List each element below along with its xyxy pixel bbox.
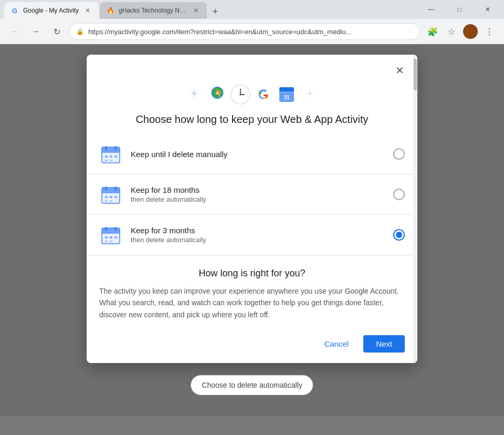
svg-rect-37 xyxy=(114,227,117,231)
extensions-button[interactable]: 🧩 xyxy=(424,23,441,40)
tab-close-2[interactable]: ✕ xyxy=(191,6,201,15)
profile-avatar xyxy=(463,24,478,39)
service-icon-sparkle2 xyxy=(299,84,320,105)
svg-rect-26 xyxy=(105,187,107,191)
nav-actions: 🧩 ☆ ⋮ xyxy=(424,23,498,40)
svg-rect-29 xyxy=(110,196,112,198)
service-icon-google xyxy=(253,84,274,105)
modal-header: ✕ xyxy=(87,55,417,80)
new-tab-button[interactable]: + xyxy=(208,4,223,19)
radio-manual[interactable] xyxy=(393,148,405,160)
option-text-manual: Keep until I delete manually xyxy=(131,150,393,159)
modal-info-title: How long is right for you? xyxy=(99,268,405,279)
minimize-button[interactable]: — xyxy=(419,0,443,19)
option-icon-18months xyxy=(99,183,122,206)
svg-rect-16 xyxy=(105,146,107,150)
svg-rect-28 xyxy=(105,196,108,198)
modal-service-icons: M xyxy=(87,80,417,113)
svg-rect-14 xyxy=(102,147,120,152)
option-icon-3months xyxy=(99,223,122,246)
bg-page-bottom: Choose to delete automatically xyxy=(191,375,313,395)
tab-favicon-google: G xyxy=(10,6,19,15)
radio-18months[interactable] xyxy=(393,189,405,200)
svg-text:31: 31 xyxy=(284,95,290,100)
next-button[interactable]: Next xyxy=(363,335,405,353)
browser-chrome: G Google - My Activity ✕ 🔥 gHacks Techno… xyxy=(0,0,504,44)
window-controls: — □ ✕ xyxy=(419,0,500,19)
svg-rect-31 xyxy=(105,200,108,202)
svg-rect-21 xyxy=(105,160,108,161)
modal-close-button[interactable]: ✕ xyxy=(390,61,409,80)
svg-rect-10 xyxy=(279,87,294,91)
option-subtitle-18months: then delete automatically xyxy=(131,195,393,203)
svg-rect-36 xyxy=(105,227,107,231)
modal-info-text: The activity you keep can improve your e… xyxy=(99,285,405,320)
bookmark-button[interactable]: ☆ xyxy=(443,23,460,40)
service-icon-maps: M xyxy=(207,84,228,105)
nav-bar: ← → ↻ 🔒 https://myactivity.google.com/it… xyxy=(0,19,504,44)
svg-text:M: M xyxy=(216,91,219,96)
modal-overlay: ✕ xyxy=(0,44,504,416)
option-3months[interactable]: Keep for 3 months then delete automatica… xyxy=(87,215,417,255)
option-title-3months: Keep for 3 months xyxy=(131,226,393,235)
service-icon-sparkle1 xyxy=(184,84,205,105)
svg-rect-42 xyxy=(110,241,112,242)
url-text: https://myactivity.google.com/item?restr… xyxy=(88,28,352,36)
page-content: ✕ xyxy=(0,44,504,416)
tab-label-1: Google - My Activity xyxy=(23,7,79,14)
svg-rect-41 xyxy=(105,241,108,242)
svg-rect-19 xyxy=(110,156,112,158)
option-icon-manual xyxy=(99,142,122,165)
svg-rect-39 xyxy=(110,236,112,239)
option-title-manual: Keep until I delete manually xyxy=(131,150,393,159)
service-icon-calendar: 31 xyxy=(276,84,297,105)
svg-rect-30 xyxy=(114,196,117,198)
radio-inner-3months xyxy=(396,232,402,238)
modal-title: Choose how long to keep your Web & App A… xyxy=(87,113,417,134)
option-title-18months: Keep for 18 months xyxy=(131,185,393,194)
menu-button[interactable]: ⋮ xyxy=(481,23,498,40)
reload-button[interactable]: ↻ xyxy=(48,23,65,40)
svg-rect-22 xyxy=(110,160,112,161)
cancel-button[interactable]: Cancel xyxy=(313,335,359,353)
close-button[interactable]: ✕ xyxy=(476,0,500,19)
scroll-thumb xyxy=(414,59,417,90)
svg-rect-17 xyxy=(114,146,117,150)
user-profile-btn[interactable] xyxy=(462,23,479,40)
tab-close-1[interactable]: ✕ xyxy=(83,6,92,15)
radio-3months[interactable] xyxy=(393,229,405,241)
modal-info-section: How long is right for you? The activity … xyxy=(87,255,417,329)
tab-google-activity[interactable]: G Google - My Activity ✕ xyxy=(4,2,99,19)
address-bar[interactable]: 🔒 https://myactivity.google.com/item?res… xyxy=(69,23,420,40)
svg-rect-20 xyxy=(114,156,117,158)
option-manual[interactable]: Keep until I delete manually xyxy=(87,134,417,174)
option-18months[interactable]: Keep for 18 months then delete automatic… xyxy=(87,174,417,215)
maximize-button[interactable]: □ xyxy=(447,0,471,19)
service-icon-clock xyxy=(230,84,251,105)
svg-rect-18 xyxy=(105,156,108,158)
forward-button[interactable]: → xyxy=(27,23,44,40)
svg-rect-34 xyxy=(102,228,120,233)
svg-rect-32 xyxy=(110,200,112,202)
svg-point-7 xyxy=(239,94,242,96)
lock-icon: 🔒 xyxy=(76,28,84,35)
modal-scrollbar[interactable] xyxy=(413,55,417,363)
svg-rect-40 xyxy=(114,236,117,239)
title-bar: G Google - My Activity ✕ 🔥 gHacks Techno… xyxy=(0,0,504,19)
option-subtitle-3months: then delete automatically xyxy=(131,236,393,244)
modal-dialog: ✕ xyxy=(87,55,417,363)
back-button[interactable]: ← xyxy=(6,23,23,40)
svg-rect-24 xyxy=(102,188,120,193)
tab-favicon-ghacks: 🔥 xyxy=(106,6,114,15)
modal-footer: Cancel Next xyxy=(87,329,417,363)
tab-label-2: gHacks Technology News xyxy=(119,7,187,14)
svg-rect-38 xyxy=(105,236,108,239)
svg-rect-27 xyxy=(114,187,117,191)
option-text-18months: Keep for 18 months then delete automatic… xyxy=(131,185,393,203)
option-text-3months: Keep for 3 months then delete automatica… xyxy=(131,226,393,244)
choose-delete-automatically-button[interactable]: Choose to delete automatically xyxy=(191,375,313,395)
tab-ghacks[interactable]: 🔥 gHacks Technology News ✕ xyxy=(100,2,207,19)
